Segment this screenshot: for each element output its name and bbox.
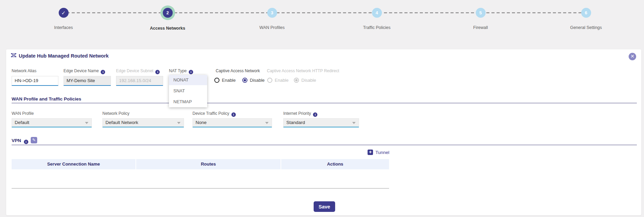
network-policy-select[interactable]: Default Network: [102, 118, 184, 127]
stepper-step-access-networks[interactable]: 2 Access Networks: [130, 0, 205, 31]
stepper-step-wan-profiles[interactable]: 3 WAN Profiles: [234, 0, 310, 30]
captive-enable-radio[interactable]: [214, 78, 219, 83]
device-traffic-policy-label: Device Traffic Policyi: [192, 111, 236, 117]
step-number: 4: [375, 10, 378, 15]
column-header-server-connection-name: Server Connection Name: [12, 159, 135, 169]
info-icon[interactable]: i: [313, 112, 317, 117]
redirect-enable-label: Enable: [275, 78, 288, 83]
redirect-disable-radio-row: Disable: [294, 78, 316, 83]
info-icon[interactable]: i: [155, 70, 160, 74]
checkmark-icon: ✓: [61, 10, 66, 16]
step-number: 2: [166, 10, 169, 15]
step-label: Interfaces: [26, 25, 101, 30]
wizard-stepper: ✓ Interfaces 2 Access Networks 3 WAN Pro…: [0, 0, 644, 37]
captive-access-network-label: Captive Access Network: [216, 68, 260, 73]
step-label: General Settings: [548, 25, 624, 30]
device-traffic-policy-select[interactable]: None: [192, 118, 272, 127]
nat-type-option-nonat[interactable]: NONAT: [169, 75, 207, 85]
vpn-table-header-row: Server Connection Name Routes Actions: [12, 159, 389, 169]
network-alias-label: Network Alias: [12, 68, 37, 73]
update-network-panel: [6, 49, 641, 215]
vpn-table-empty-body: [12, 169, 389, 189]
nat-type-option-netmap[interactable]: NETMAP: [169, 97, 207, 107]
chevron-down-icon: [265, 122, 269, 124]
info-icon[interactable]: i: [189, 70, 193, 74]
step-label: WAN Profiles: [234, 25, 310, 30]
redirect-disable-label: Disable: [301, 78, 316, 83]
info-icon[interactable]: i: [231, 112, 236, 117]
info-icon[interactable]: i: [24, 140, 28, 144]
step-completed-circle[interactable]: ✓: [59, 8, 69, 18]
edge-device-subnet-label: Edge Device Subneti: [116, 68, 160, 74]
step-future-circle[interactable]: 5: [476, 8, 486, 18]
step-future-circle[interactable]: 4: [372, 8, 382, 18]
nat-type-dropdown: NONAT SNAT NETMAP: [169, 75, 207, 107]
step-active-circle[interactable]: 2: [163, 8, 173, 18]
network-alias-input[interactable]: HN->OD-19: [12, 76, 58, 86]
captive-disable-label: Disable: [250, 78, 264, 83]
wan-section-title: WAN Profile and Traffic Policies: [12, 96, 81, 102]
edge-device-name-label: Edge Device Namei: [63, 68, 105, 74]
vpn-tunnel-table: Server Connection Name Routes Actions: [12, 159, 389, 189]
info-icon[interactable]: i: [101, 70, 105, 74]
stepper-step-general-settings[interactable]: 6 General Settings: [548, 0, 624, 30]
vpn-section-title: VPNi: [12, 138, 28, 144]
captive-http-redirect-label: Captive Access Network HTTP Redirect: [267, 68, 339, 73]
page-title: Update Hub Managed Routed Network: [19, 53, 109, 59]
captive-enable-label: Enable: [222, 78, 235, 83]
stepper-step-interfaces[interactable]: ✓ Interfaces: [26, 0, 101, 30]
edge-device-subnet-input: 192.168.15.0/24: [116, 76, 163, 86]
tunnel-button-label: Tunnel: [375, 150, 389, 155]
nat-type-option-snat[interactable]: SNAT: [169, 86, 207, 96]
captive-disable-radio[interactable]: [242, 78, 247, 83]
step-number: 5: [479, 10, 482, 15]
wan-profile-select[interactable]: Default: [12, 118, 92, 127]
internet-priority-label: Internet Priorityi: [283, 111, 317, 117]
step-number: 3: [271, 10, 273, 15]
step-future-circle[interactable]: 3: [267, 8, 277, 18]
save-button[interactable]: Save: [314, 201, 335, 212]
add-tunnel-button[interactable]: + Tunnel: [368, 150, 389, 155]
redirect-disable-radio: [294, 78, 299, 83]
nat-type-label: NAT Typei: [169, 68, 193, 74]
step-future-circle[interactable]: 6: [581, 8, 591, 18]
wan-profile-label: WAN Profile: [12, 111, 34, 116]
column-header-actions: Actions: [281, 159, 389, 169]
edit-pencil-icon[interactable]: ✎: [31, 137, 37, 143]
captive-disable-radio-row: Disable: [242, 78, 264, 83]
column-header-routes: Routes: [136, 159, 281, 169]
network-policy-label: Network Policy: [102, 111, 129, 116]
plus-icon: +: [368, 150, 373, 155]
internet-priority-select[interactable]: Standard: [283, 118, 359, 127]
step-label: Firewall: [443, 25, 518, 30]
step-number: 6: [585, 10, 587, 15]
vpn-section-divider: [12, 145, 637, 145]
redirect-enable-radio-row: Enable: [267, 78, 288, 83]
chevron-down-icon: [85, 122, 88, 124]
redirect-enable-radio: [267, 78, 272, 83]
stepper-step-traffic-policies[interactable]: 4 Traffic Policies: [339, 0, 414, 30]
hub-network-icon: [11, 52, 16, 60]
chevron-down-icon: [352, 122, 356, 124]
captive-enable-radio-row: Enable: [214, 78, 235, 83]
wan-section-divider: [12, 103, 637, 103]
close-icon[interactable]: ✕: [629, 53, 636, 60]
edge-device-name-input[interactable]: MY-Demo Site: [63, 76, 111, 86]
stepper-step-firewall[interactable]: 5 Firewall: [443, 0, 518, 30]
chevron-down-icon: [177, 122, 181, 124]
step-label: Traffic Policies: [339, 25, 414, 30]
step-label: Access Networks: [130, 26, 205, 31]
